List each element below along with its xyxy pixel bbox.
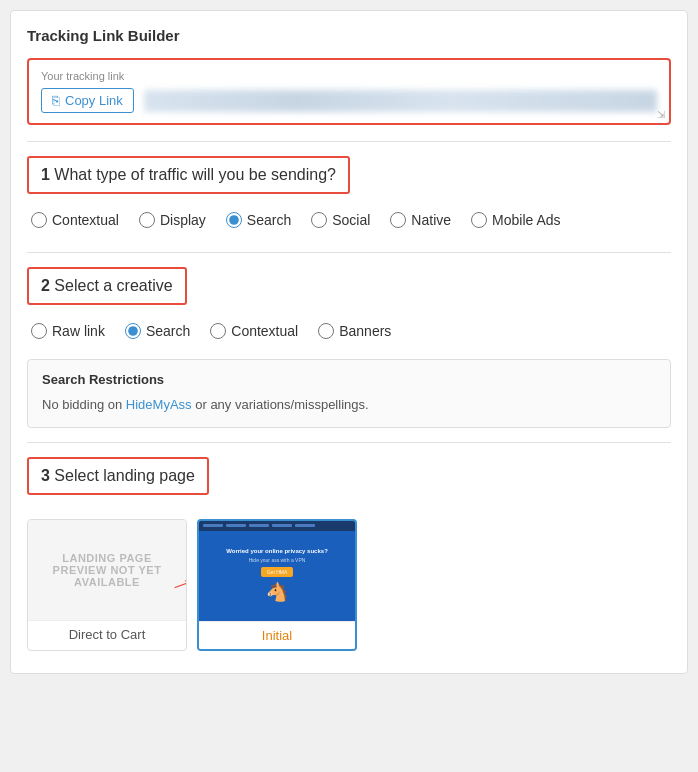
copy-link-label: Copy Link bbox=[65, 93, 123, 108]
radio-display[interactable]: Display bbox=[139, 212, 206, 228]
landing-page-card-direct-to-cart[interactable]: LANDING PAGE PREVIEW NOT YET AVAILABLE →… bbox=[27, 519, 187, 651]
radio-search-label: Search bbox=[247, 212, 291, 228]
radio-social-label: Social bbox=[332, 212, 370, 228]
section1-label: What type of traffic will you be sending… bbox=[54, 166, 336, 183]
tracking-link-row: ⎘ Copy Link bbox=[41, 88, 657, 113]
section2-number: 2 bbox=[41, 277, 50, 294]
radio-display-input[interactable] bbox=[139, 212, 155, 228]
restrictions-link[interactable]: HideMyAss bbox=[126, 397, 192, 412]
website-subline: Hide your ass with a VPN bbox=[249, 557, 306, 563]
landing-pages-row: LANDING PAGE PREVIEW NOT YET AVAILABLE →… bbox=[27, 519, 671, 651]
radio-mobile-ads[interactable]: Mobile Ads bbox=[471, 212, 560, 228]
radio-contextual-label: Contextual bbox=[52, 212, 119, 228]
website-mascot: 🐴 bbox=[266, 581, 288, 603]
radio-creative-search-label: Search bbox=[146, 323, 190, 339]
restrictions-text: No bidding on HideMyAss or any variation… bbox=[42, 395, 656, 415]
section3-number: 3 bbox=[41, 467, 50, 484]
radio-native-label: Native bbox=[411, 212, 451, 228]
radio-search[interactable]: Search bbox=[226, 212, 291, 228]
section2-label: Select a creative bbox=[54, 277, 172, 294]
radio-banners-input[interactable] bbox=[318, 323, 334, 339]
radio-banners[interactable]: Banners bbox=[318, 323, 391, 339]
radio-mobile-ads-label: Mobile Ads bbox=[492, 212, 560, 228]
section3-wrapper: 3 Select landing page LANDING PAGE PREVI… bbox=[27, 457, 671, 651]
radio-native-input[interactable] bbox=[390, 212, 406, 228]
resize-handle: ⇲ bbox=[657, 109, 665, 120]
radio-creative-search[interactable]: Search bbox=[125, 323, 190, 339]
nav-dot-1 bbox=[203, 524, 223, 527]
tracking-link-box: Your tracking link ⎘ Copy Link ⇲ bbox=[27, 58, 671, 125]
radio-social[interactable]: Social bbox=[311, 212, 370, 228]
radio-banners-label: Banners bbox=[339, 323, 391, 339]
restrictions-box: Search Restrictions No bidding on HideMy… bbox=[27, 359, 671, 428]
radio-display-label: Display bbox=[160, 212, 206, 228]
landing-page-name-initial: Initial bbox=[199, 621, 355, 649]
section3-label: Select landing page bbox=[54, 467, 195, 484]
website-headline: Worried your online privacy sucks? bbox=[226, 548, 328, 554]
nav-dot-3 bbox=[249, 524, 269, 527]
landing-page-preview-unavailable: LANDING PAGE PREVIEW NOT YET AVAILABLE → bbox=[28, 520, 186, 620]
restrictions-text-after: or any variations/misspellings. bbox=[192, 397, 369, 412]
tracking-link-url-blurred bbox=[144, 90, 657, 112]
radio-contextual-input[interactable] bbox=[31, 212, 47, 228]
tracking-link-label: Your tracking link bbox=[41, 70, 657, 82]
section2-wrapper: 2 Select a creative Raw link Search Cont… bbox=[27, 267, 671, 428]
radio-raw-link[interactable]: Raw link bbox=[31, 323, 105, 339]
website-nav-bar bbox=[199, 521, 355, 531]
landing-page-card-initial[interactable]: Worried your online privacy sucks? Hide … bbox=[197, 519, 357, 651]
copy-icon: ⎘ bbox=[52, 93, 60, 108]
section3-header: 3 Select landing page bbox=[27, 457, 209, 495]
copy-link-button[interactable]: ⎘ Copy Link bbox=[41, 88, 134, 113]
nav-dot-2 bbox=[226, 524, 246, 527]
website-content: Worried your online privacy sucks? Hide … bbox=[199, 531, 355, 621]
preview-not-available-text: LANDING PAGE PREVIEW NOT YET AVAILABLE bbox=[28, 542, 186, 598]
website-preview: Worried your online privacy sucks? Hide … bbox=[199, 521, 355, 621]
radio-social-input[interactable] bbox=[311, 212, 327, 228]
section1-number: 1 bbox=[41, 166, 50, 183]
radio-native[interactable]: Native bbox=[390, 212, 451, 228]
radio-mobile-ads-input[interactable] bbox=[471, 212, 487, 228]
website-cta: Get HMA bbox=[261, 567, 294, 577]
traffic-type-group: Contextual Display Search Social Native … bbox=[27, 208, 671, 238]
nav-dot-5 bbox=[295, 524, 315, 527]
divider-1 bbox=[27, 141, 671, 142]
section1-wrapper: 1 What type of traffic will you be sendi… bbox=[27, 156, 671, 238]
section2-header: 2 Select a creative bbox=[27, 267, 187, 305]
restrictions-text-before: No bidding on bbox=[42, 397, 126, 412]
restrictions-title: Search Restrictions bbox=[42, 372, 656, 387]
divider-2 bbox=[27, 252, 671, 253]
radio-creative-search-input[interactable] bbox=[125, 323, 141, 339]
radio-creative-contextual[interactable]: Contextual bbox=[210, 323, 298, 339]
radio-creative-contextual-input[interactable] bbox=[210, 323, 226, 339]
radio-creative-contextual-label: Contextual bbox=[231, 323, 298, 339]
page-title: Tracking Link Builder bbox=[27, 27, 671, 44]
divider-3 bbox=[27, 442, 671, 443]
creative-type-group: Raw link Search Contextual Banners bbox=[27, 319, 671, 349]
nav-dot-4 bbox=[272, 524, 292, 527]
radio-search-input[interactable] bbox=[226, 212, 242, 228]
radio-raw-link-label: Raw link bbox=[52, 323, 105, 339]
landing-page-name-direct-to-cart: Direct to Cart bbox=[28, 620, 186, 648]
main-container: Tracking Link Builder Your tracking link… bbox=[10, 10, 688, 674]
section1-header: 1 What type of traffic will you be sendi… bbox=[27, 156, 350, 194]
radio-raw-link-input[interactable] bbox=[31, 323, 47, 339]
radio-contextual[interactable]: Contextual bbox=[31, 212, 119, 228]
